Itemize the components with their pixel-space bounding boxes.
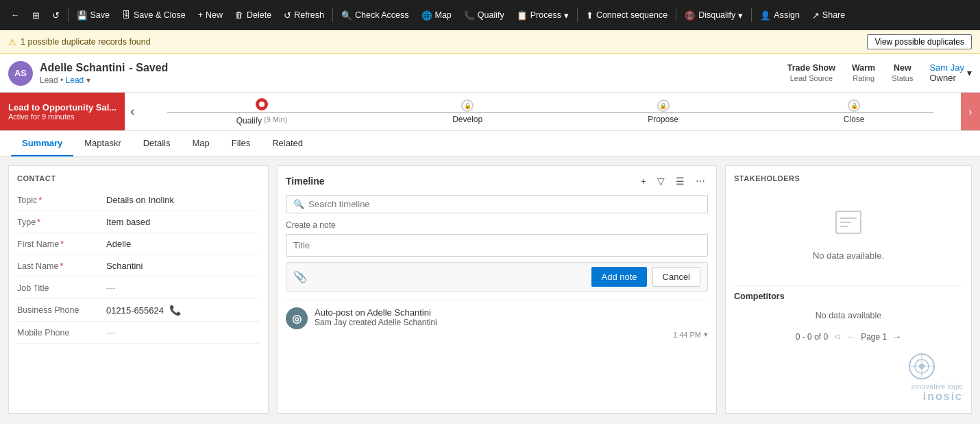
timeline-more-button[interactable]: ⋯: [693, 174, 708, 188]
refresh-small-button[interactable]: ↺: [47, 8, 65, 23]
note-section: Create a note 📎 Add note Cancel: [286, 220, 708, 292]
owner-chevron-button[interactable]: ▾: [967, 67, 972, 78]
tab-summary[interactable]: Summary: [11, 131, 73, 156]
tab-details[interactable]: Details: [132, 131, 182, 156]
stage-propose-circle: 🔒: [657, 99, 670, 112]
timeline-entry-content: Auto-post on Adelle Schantini Sam Jay cr…: [315, 307, 708, 339]
field-mobilephone: Mobile Phone ---: [17, 322, 260, 344]
save-icon: 💾: [77, 10, 88, 21]
inosic-brand-text: inosic: [734, 390, 963, 403]
back-button[interactable]: ←: [5, 8, 25, 23]
timeline-entry-time: 1:44 PM ▾: [315, 330, 708, 339]
duplicate-warning-bar: ⚠ 1 possible duplicate records found Vie…: [0, 30, 980, 54]
save-button[interactable]: 💾 Save: [71, 8, 116, 23]
status-meta: New Status: [892, 62, 913, 84]
field-label-jobtitle: Job Title: [17, 283, 106, 293]
timeline-sort-button[interactable]: ☰: [673, 174, 687, 188]
rating-label: Rating: [852, 73, 875, 83]
tab-maptaskr[interactable]: Maptaskr: [73, 131, 132, 156]
record-header: AS Adelle Schantini - Saved Lead • Lead …: [0, 54, 980, 93]
contact-section-title: CONTACT: [17, 174, 260, 182]
lead-source-meta: Trade Show Lead Source: [787, 62, 835, 84]
phone-call-icon[interactable]: 📞: [169, 305, 181, 316]
assign-button[interactable]: 👤 Assign: [755, 8, 805, 23]
competitors-pagination: 0 - 0 of 0 ⊲ ← Page 1 →: [734, 331, 963, 342]
check-access-button[interactable]: 🔍 Check Access: [336, 8, 415, 23]
separator3: [577, 8, 578, 22]
timeline-add-button[interactable]: +: [638, 174, 649, 188]
lead-source-label: Lead Source: [787, 73, 835, 83]
delete-button[interactable]: 🗑 Delete: [230, 8, 277, 23]
stage-close-circle: 🔒: [848, 99, 860, 112]
stage-develop[interactable]: 🔒 Develop: [452, 99, 482, 124]
process-chevron-icon: ▾: [564, 10, 569, 21]
stage-close[interactable]: 🔒 Close: [844, 99, 865, 124]
stakeholders-no-data-text: No data available.: [813, 250, 884, 261]
timeline-header: Timeline + ▽ ☰ ⋯: [286, 174, 708, 188]
timeline-search-box[interactable]: 🔍: [286, 195, 708, 213]
save-close-button[interactable]: 🗄 Save & Close: [117, 8, 191, 23]
business-phone-number[interactable]: 01215-655624: [106, 305, 164, 316]
tab-map[interactable]: Map: [181, 131, 220, 156]
field-value-firstname[interactable]: Adelle: [106, 239, 260, 249]
owner-label: Owner: [929, 73, 964, 83]
disqualify-button[interactable]: 📵 Disqualify ▾: [679, 8, 748, 23]
active-stage-subtitle: Active for 9 minutes: [8, 113, 117, 121]
warning-icon: ⚠: [8, 37, 16, 47]
map-button[interactable]: 🌐 Map: [416, 8, 457, 23]
field-value-type[interactable]: Item based: [106, 217, 260, 227]
share-icon: ↗: [812, 10, 820, 21]
note-title-input[interactable]: [286, 234, 708, 257]
create-note-label: Create a note: [286, 220, 708, 230]
timeline-entry: ◎ Auto-post on Adelle Schantini Sam Jay …: [286, 300, 708, 346]
stakeholders-panel: STAKEHOLDERS No data available. Competit…: [725, 165, 972, 414]
pagination-first-button[interactable]: ⊲: [833, 331, 841, 342]
stage-propose[interactable]: 🔒 Propose: [648, 99, 678, 124]
field-label-mobilephone: Mobile Phone: [17, 327, 106, 338]
attachment-icon[interactable]: 📎: [293, 270, 307, 283]
status-value: New: [892, 62, 913, 73]
field-label-type: Type*: [17, 217, 106, 227]
owner-name[interactable]: Sam Jay: [929, 62, 964, 73]
back-icon: ←: [11, 10, 20, 20]
subtype-chevron-icon[interactable]: ▾: [86, 75, 90, 85]
view-duplicates-button[interactable]: View possible duplicates: [867, 34, 972, 49]
record-subtype-link[interactable]: Lead: [66, 75, 84, 85]
add-note-button[interactable]: Add note: [591, 267, 646, 287]
record-subtitle: Lead • Lead ▾: [40, 75, 168, 85]
owner-meta: Sam Jay Owner ▾: [929, 62, 972, 83]
disqualify-icon: 📵: [685, 10, 696, 21]
field-value-lastname[interactable]: Schantini: [106, 261, 260, 271]
cancel-note-button[interactable]: Cancel: [652, 267, 700, 287]
field-value-jobtitle[interactable]: ---: [106, 283, 260, 293]
field-value-topic[interactable]: Details on Inolink: [106, 195, 260, 205]
new-button[interactable]: + New: [193, 8, 228, 23]
stage-next-button[interactable]: ›: [961, 93, 980, 130]
delete-icon: 🗑: [235, 10, 244, 20]
stage-close-lock: 🔒: [850, 102, 858, 109]
tab-files[interactable]: Files: [221, 131, 261, 156]
pagination-current: Page 1: [861, 332, 887, 342]
stage-close-label: Close: [844, 115, 865, 124]
time-chevron-icon[interactable]: ▾: [704, 330, 708, 339]
record-name: Adelle Schantini: [40, 62, 125, 74]
timeline-filter-button[interactable]: ▽: [654, 174, 667, 188]
grid-button[interactable]: ⊞: [27, 8, 45, 23]
field-label-businessphone: Business Phone: [17, 305, 106, 315]
stage-prev-button[interactable]: ‹: [125, 93, 140, 130]
stage-qualify[interactable]: Qualify (9 Min): [236, 98, 288, 126]
refresh-button[interactable]: ↺ Refresh: [278, 8, 330, 23]
qualify-icon: 📞: [464, 10, 475, 21]
tab-related[interactable]: Related: [261, 131, 314, 156]
field-label-topic: Topic*: [17, 195, 106, 205]
refresh-small-icon: ↺: [52, 10, 60, 21]
pagination-prev-button[interactable]: ←: [846, 331, 855, 342]
note-actions-bar: 📎 Add note Cancel: [286, 262, 708, 292]
qualify-button[interactable]: 📞 Qualify: [458, 8, 510, 23]
share-button[interactable]: ↗ Share: [807, 8, 850, 23]
field-value-mobilephone[interactable]: ---: [106, 327, 260, 338]
pagination-next-button[interactable]: →: [892, 331, 901, 342]
connect-sequence-button[interactable]: ⬆ Connect sequence: [580, 8, 673, 23]
process-button[interactable]: 📋 Process ▾: [511, 8, 574, 23]
timeline-search-input[interactable]: [308, 199, 700, 209]
